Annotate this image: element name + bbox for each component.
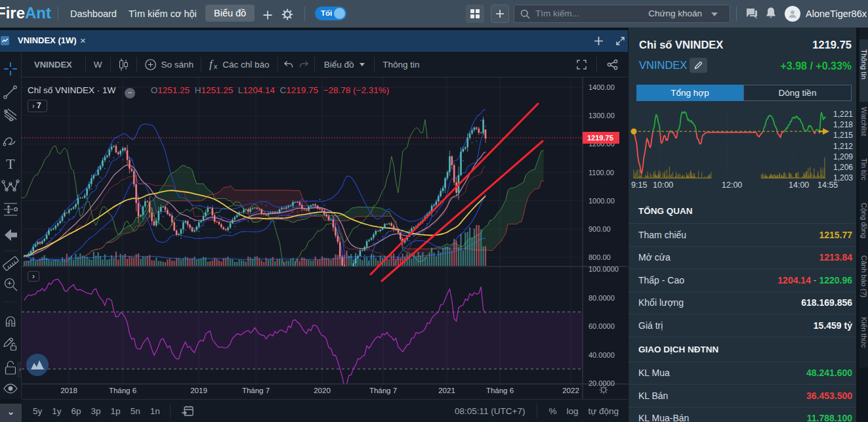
svg-text:80.0000: 80.0000 <box>589 294 615 302</box>
svg-text:800.00: 800.00 <box>589 253 611 261</box>
svg-text:60.0000: 60.0000 <box>589 322 615 330</box>
svg-text:Tháng 7: Tháng 7 <box>369 387 397 394</box>
svg-text:1400.00: 1400.00 <box>589 83 615 91</box>
svg-text:40.0000: 40.0000 <box>589 351 615 359</box>
svg-text:2020: 2020 <box>314 387 331 394</box>
svg-text:Tháng 7: Tháng 7 <box>242 387 270 394</box>
svg-text:1300.00: 1300.00 <box>589 112 615 119</box>
svg-text:Tháng 6: Tháng 6 <box>486 387 514 394</box>
svg-text:20.0000: 20.0000 <box>589 379 615 387</box>
svg-text:1219.75: 1219.75 <box>587 134 613 142</box>
svg-text:2022: 2022 <box>562 387 579 394</box>
svg-text:1100.00: 1100.00 <box>589 169 614 177</box>
svg-text:2021: 2021 <box>438 387 455 394</box>
svg-text:2018: 2018 <box>60 387 77 394</box>
svg-text:T: T <box>6 156 15 172</box>
svg-text:100.0000: 100.0000 <box>589 265 619 273</box>
svg-text:900.00: 900.00 <box>589 225 611 233</box>
svg-text:‹: ‹ <box>19 366 21 373</box>
svg-text:Tháng 6: Tháng 6 <box>109 387 136 394</box>
svg-text:2019: 2019 <box>190 387 207 394</box>
svg-text:1000.00: 1000.00 <box>589 197 615 205</box>
